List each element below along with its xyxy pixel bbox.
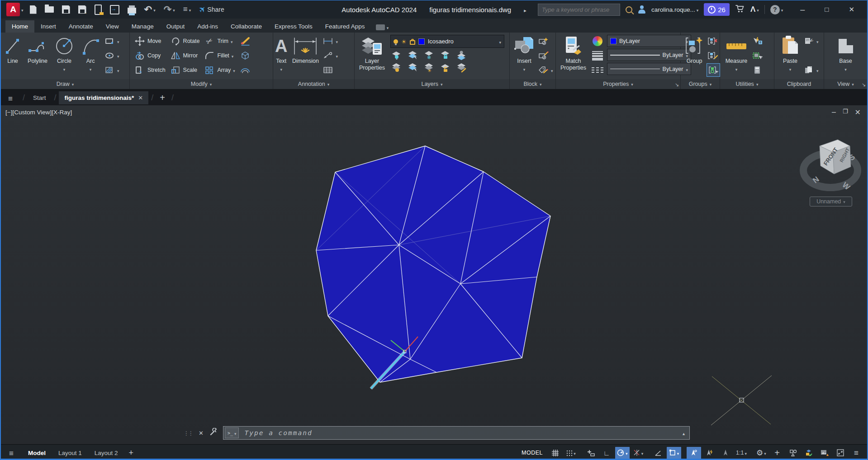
search-icon[interactable] [626, 6, 632, 13]
tab-annotate[interactable]: Annotate [62, 20, 100, 33]
tab-view[interactable]: View [100, 20, 125, 33]
undo-button[interactable] [144, 4, 156, 15]
drawing-canvas[interactable] [1, 105, 867, 444]
command-settings-button[interactable] [209, 428, 218, 438]
command-input-box[interactable]: >_ [223, 426, 690, 440]
tab-addins[interactable]: Add-ins [191, 20, 224, 33]
ellipse-button[interactable] [104, 49, 119, 62]
command-input[interactable] [239, 429, 678, 437]
modify-panel-label[interactable]: Modify [130, 79, 273, 89]
layer-edit-button[interactable] [455, 62, 467, 73]
linetype-icon-button[interactable] [592, 64, 603, 76]
viewcube[interactable]: N S W FRONT RIGHT Unnamed [797, 133, 867, 212]
annotation-scale-icon-button[interactable] [718, 447, 733, 459]
layer-properties-button[interactable]: Layer Properties [357, 34, 387, 72]
layer-isolate-button[interactable] [407, 50, 418, 61]
close-tab-icon[interactable]: ✕ [138, 94, 143, 101]
arc-button[interactable]: Arc [78, 34, 103, 74]
save-to-web-button[interactable] [110, 5, 119, 14]
measure-button[interactable]: Measure [722, 34, 751, 74]
draw-panel-label[interactable]: Draw [1, 79, 129, 89]
layout1-tab[interactable]: Layout 1 [52, 450, 88, 456]
status-customization-menu-button[interactable] [849, 447, 863, 459]
layers-panel-label[interactable]: Layers [355, 79, 509, 89]
make-current-layer-button[interactable] [455, 50, 467, 61]
tab-output[interactable]: Output [160, 20, 191, 33]
annotation-scale-value[interactable]: 1:1 [734, 447, 749, 459]
layer-thaw-all-button[interactable]: ☀ [423, 62, 435, 73]
ungroup-button[interactable] [707, 35, 720, 47]
cut-button[interactable] [803, 35, 819, 47]
help-button[interactable]: ? [770, 5, 783, 14]
search-box[interactable] [538, 4, 620, 16]
new-layout-button[interactable]: + [129, 448, 134, 458]
circle-button[interactable]: Circle [51, 34, 78, 74]
model-tab[interactable]: Model [22, 450, 52, 456]
linear-dimension-button[interactable] [323, 35, 338, 47]
polar-tracking-toggle[interactable] [615, 447, 630, 459]
customize-qat-button[interactable] [183, 5, 191, 14]
explode-button[interactable] [240, 49, 251, 62]
workspace-switching-button[interactable] [754, 447, 768, 459]
copy-clip-button[interactable] [803, 64, 819, 76]
layout-menu-button[interactable] [9, 447, 14, 459]
quick-calculator-button[interactable] [752, 64, 763, 76]
group-button[interactable]: Group [683, 34, 706, 65]
group-edit-button[interactable] [707, 49, 720, 62]
tab-featured-apps[interactable]: Featured Apps [319, 20, 371, 33]
properties-panel-label[interactable]: Properties [556, 79, 680, 89]
scale-button[interactable]: Scale [170, 64, 200, 76]
layer-freeze-button[interactable]: ❄ [423, 50, 435, 61]
notification-badge[interactable]: 26 [704, 3, 730, 16]
store-cart-button[interactable] [735, 4, 745, 15]
object-color-dropdown[interactable]: ByLayer [607, 35, 691, 47]
array-button[interactable]: Array [204, 64, 235, 76]
command-history-toggle[interactable] [683, 429, 685, 437]
search-input[interactable] [541, 6, 617, 14]
polyline-button[interactable]: Polyline [24, 34, 51, 65]
group-selection-toggle[interactable] [707, 64, 720, 76]
open-file-button[interactable] [45, 6, 54, 13]
leader-button[interactable] [323, 49, 338, 62]
viewport-restore-button[interactable]: ❐ [843, 108, 848, 117]
redo-button[interactable] [164, 4, 175, 15]
layer-unlock-button[interactable] [439, 62, 451, 73]
layout2-tab[interactable]: Layout 2 [88, 450, 124, 456]
copy-button[interactable]: Copy [134, 49, 166, 62]
snap-mode-toggle[interactable] [564, 447, 578, 459]
plot-button[interactable] [128, 6, 136, 14]
rectangle-button[interactable] [104, 35, 119, 47]
viewport-minimize-button[interactable]: – [832, 108, 836, 117]
viewport-controls-label[interactable]: [−][Custom View][X-Ray] [5, 109, 72, 116]
share-button[interactable]: Share [199, 5, 224, 14]
object-snap-toggle[interactable] [667, 447, 681, 459]
base-button[interactable]: Base [833, 34, 859, 74]
model-space-toggle[interactable]: MODEL [518, 447, 546, 459]
paste-button[interactable]: Paste [778, 34, 802, 74]
object-snap-tracking-toggle[interactable] [651, 447, 665, 459]
isometric-drafting-toggle[interactable] [631, 447, 645, 459]
maximize-button[interactable] [825, 5, 829, 14]
insert-block-button[interactable]: Insert [512, 34, 537, 74]
layer-unisolate-button[interactable] [407, 62, 418, 73]
save-as-button[interactable] [78, 5, 86, 14]
fullscreen-button[interactable] [833, 447, 848, 459]
save-button[interactable] [62, 5, 70, 14]
file-tabs-menu-button[interactable] [8, 92, 13, 104]
new-file-button[interactable] [30, 5, 37, 14]
trim-button[interactable]: Trim [204, 35, 235, 47]
ribbon-display-options-button[interactable] [371, 22, 394, 33]
lineweight-icon-button[interactable] [592, 49, 603, 62]
app-menu-button[interactable]: A [1, 3, 24, 16]
tab-insert[interactable]: Insert [34, 20, 62, 33]
quick-select-button[interactable] [752, 35, 763, 47]
ortho-mode-toggle[interactable] [599, 447, 614, 459]
properties-expander-icon[interactable]: ↘ [675, 82, 679, 88]
layer-on-all-button[interactable] [390, 62, 402, 73]
table-button[interactable] [323, 64, 338, 76]
layer-lock-button[interactable] [439, 50, 451, 61]
move-button[interactable]: Move [134, 35, 166, 47]
color-wheel-button[interactable] [593, 35, 602, 47]
fillet-button[interactable]: Fillet [204, 49, 235, 62]
dimension-button[interactable]: Dimension [289, 34, 322, 65]
